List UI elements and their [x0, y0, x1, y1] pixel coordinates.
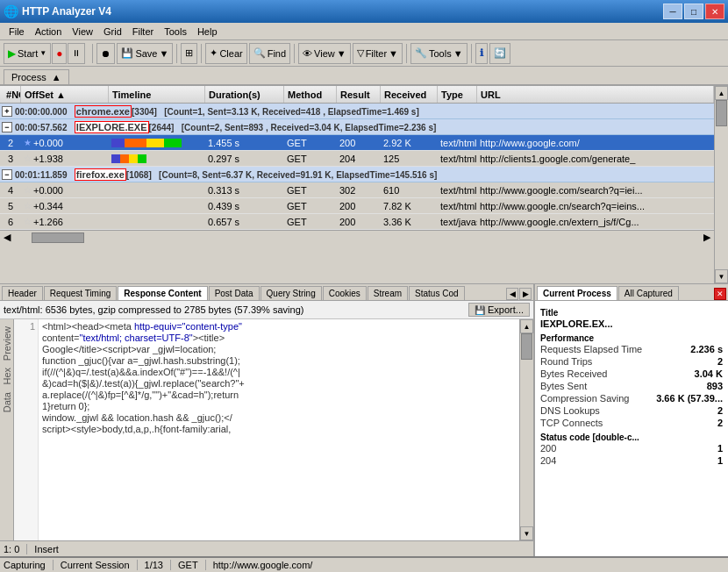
table-row[interactable]: 4 ☆ +0.000 0.313 s GET 302 610 text/html… — [0, 182, 714, 198]
menu-filter[interactable]: Filter — [127, 25, 159, 39]
row-result: 200 — [337, 201, 381, 211]
row-type: text/html — [438, 201, 477, 211]
code-scroll-up[interactable]: ▲ — [520, 319, 533, 333]
maximize-button[interactable]: □ — [684, 4, 703, 19]
tab-all-captured[interactable]: All Captured — [618, 286, 679, 300]
right-panel-content: Title IEXPLORE.EX... Performance Request… — [535, 301, 728, 556]
menu-help[interactable]: Help — [192, 25, 223, 39]
current-url: http://www.google.com/ — [213, 560, 313, 570]
prop-title-value: IEXPLORE.EX... — [540, 318, 613, 329]
toolbar: ▶ Start ▼ ● ⏸ ⏺ 💾 Save ▼ ⊞ ✦ Clear 🔍 Fin… — [0, 40, 728, 67]
col-offset[interactable]: OffSet ▲ — [21, 86, 109, 103]
menu-action[interactable]: Action — [30, 25, 68, 39]
col-method[interactable]: Method — [284, 86, 337, 103]
process-row-chrome[interactable]: + 00:00:00.000 chrome.exe[3304] [Count=1… — [0, 104, 714, 119]
code-line: if(//(^|&)q=/.test(a)&&a.indexOf("#")==-… — [42, 367, 516, 378]
prop-compression-row: Compression Saving 3.66 K (57.39... — [540, 392, 723, 404]
table-row[interactable]: 5 ☆ +0.344 0.439 s GET 200 7.82 K text/h… — [0, 198, 714, 214]
code-scroll-down[interactable]: ▼ — [520, 526, 533, 540]
col-url[interactable]: URL — [477, 86, 714, 103]
code-scroll-thumb[interactable] — [521, 333, 532, 360]
row-method: GET — [284, 154, 337, 164]
grid-vertical-scrollbar[interactable]: ▲ ▼ — [714, 86, 728, 283]
tab-status-code[interactable]: Status Cod — [409, 286, 464, 300]
expand-firefox[interactable]: − — [2, 169, 12, 180]
app-icon: 🌐 — [4, 4, 18, 18]
tab-post-data[interactable]: Post Data — [209, 286, 260, 300]
tab-current-process[interactable]: Current Process — [537, 286, 617, 300]
row-star-offset: ☆ +0.344 — [21, 201, 109, 211]
prop-dns-row: DNS Lookups 2 — [540, 404, 723, 417]
app-title: HTTP Analyzer V4 — [22, 5, 663, 18]
label-preview[interactable]: Preview — [2, 323, 12, 364]
process-iexplore-text: 00:00:57.562 IEXPLORE.EXE[2644] [Count=2… — [15, 122, 436, 132]
row-result: 200 — [337, 217, 381, 227]
view-button[interactable]: 👁 View ▼ — [298, 43, 351, 64]
export-button[interactable]: 💾 Export... — [468, 303, 530, 317]
table-row[interactable]: 6 ☆ +1.266 0.657 s GET 200 3.36 K text/j… — [0, 214, 714, 230]
refresh-button[interactable]: 🔄 — [489, 43, 510, 64]
request-count: 1/13 — [145, 560, 171, 570]
tab-nav-right[interactable]: ▶ — [519, 288, 532, 300]
process-row-iexplore[interactable]: − 00:00:57.562 IEXPLORE.EXE[2644] [Count… — [0, 119, 714, 135]
filter-button[interactable]: ▽ Filter ▼ — [353, 43, 403, 64]
label-hex[interactable]: Hex — [2, 364, 12, 389]
row-num: 2 — [0, 138, 21, 148]
tab-header[interactable]: Header — [2, 286, 43, 300]
row-type: text/html — [438, 185, 477, 196]
scroll-down-btn[interactable]: ▼ — [715, 269, 728, 283]
tab-process[interactable]: Process ▲ — [4, 69, 69, 84]
right-tab-bar: Current Process All Captured ✕ — [535, 284, 728, 301]
prop-title-label: Title — [540, 308, 723, 318]
record-button[interactable]: ⏺ — [96, 43, 115, 64]
menu-file[interactable]: File — [4, 25, 30, 39]
label-data[interactable]: Data — [2, 389, 12, 416]
code-line: a.replace(/(^|&)fp=[^&]*/g,"")+"&cad=h")… — [42, 390, 516, 401]
expand-iexplore[interactable]: − — [2, 122, 12, 132]
row-duration: 0.657 s — [205, 217, 284, 227]
col-type[interactable]: Type — [438, 86, 477, 103]
horizontal-scrollbar[interactable]: ◀ ▶ — [0, 230, 714, 244]
scroll-thumb[interactable] — [32, 232, 84, 243]
info-button[interactable]: ℹ — [475, 43, 488, 64]
grid-header: #NO OffSet ▲ Timeline Duration(s) Method… — [0, 86, 714, 104]
scroll-up-btn[interactable]: ▲ — [715, 86, 728, 100]
close-button[interactable]: ✕ — [705, 4, 724, 19]
tab-request-timing[interactable]: Request Timing — [44, 286, 117, 300]
start-button[interactable]: ▶ Start ▼ — [4, 43, 51, 64]
tab-nav-left[interactable]: ◀ — [506, 288, 518, 300]
scroll-track[interactable] — [715, 100, 728, 269]
scroll-thumb[interactable] — [716, 100, 727, 126]
col-result[interactable]: Result — [337, 86, 381, 103]
code-vertical-scrollbar[interactable]: ▲ ▼ — [519, 319, 533, 540]
code-line: 1}return 0}; — [42, 401, 516, 412]
code-scroll-track[interactable] — [520, 333, 533, 526]
col-timeline[interactable]: Timeline — [109, 86, 205, 103]
tab-query-string[interactable]: Query String — [261, 286, 322, 300]
code-content[interactable]: <html><head><meta http-equiv="content-ty… — [39, 319, 519, 540]
col-duration[interactable]: Duration(s) — [205, 86, 284, 103]
options-button[interactable]: ⊞ — [181, 43, 197, 64]
pause-button[interactable]: ⏸ — [68, 43, 85, 64]
process-row-firefox[interactable]: − 00:01:11.859 firefox.exe[1068] [Count=… — [0, 167, 714, 182]
tab-response-content[interactable]: Response Content — [118, 286, 207, 300]
find-button[interactable]: 🔍 Find — [249, 43, 290, 64]
clear-button[interactable]: ✦ Clear — [205, 43, 246, 64]
table-row[interactable]: 3 ☆ +1.938 0.297 s GET 204 — [0, 151, 714, 167]
menu-grid[interactable]: Grid — [98, 25, 127, 39]
menu-tools[interactable]: Tools — [159, 25, 192, 39]
tab-stream[interactable]: Stream — [368, 286, 408, 300]
stop-button[interactable]: ● — [52, 43, 67, 64]
minimize-button[interactable]: ─ — [663, 4, 682, 19]
save-button[interactable]: 💾 Save ▼ — [117, 43, 173, 64]
expand-chrome[interactable]: + — [2, 106, 12, 117]
row-timeline — [109, 154, 205, 163]
row-num: 3 — [0, 154, 21, 164]
right-panel-close[interactable]: ✕ — [714, 288, 726, 300]
col-received[interactable]: Received — [381, 86, 438, 103]
tools-button[interactable]: 🔧 Tools ▼ — [410, 43, 467, 64]
tab-cookies[interactable]: Cookies — [323, 286, 367, 300]
table-row[interactable]: 2 ★ +0.000 1.455 s GET 200 — [0, 135, 714, 151]
row-method: GET — [284, 138, 337, 148]
menu-view[interactable]: View — [67, 25, 98, 39]
